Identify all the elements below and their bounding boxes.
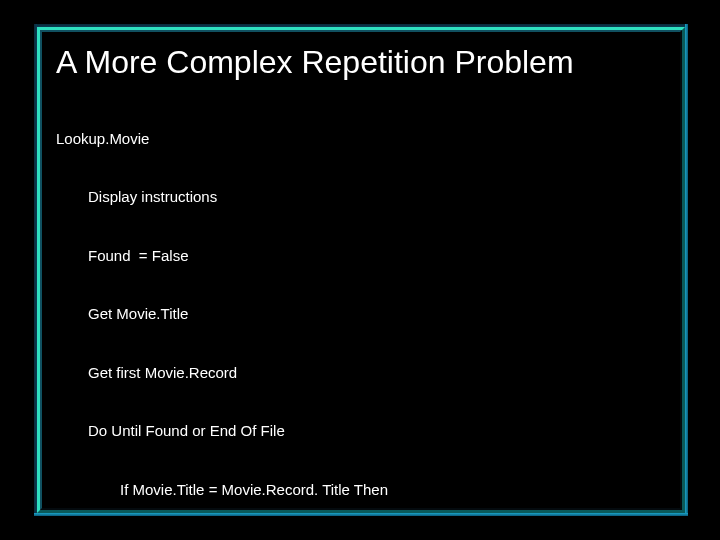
slide-title: A More Complex Repetition Problem: [56, 46, 666, 80]
code-line: Get Movie.Title: [56, 304, 666, 324]
code-line: Found = False: [56, 246, 666, 266]
pseudocode-block: Lookup.Movie Display instructions Found …: [56, 90, 666, 540]
slide-content: A More Complex Repetition Problem Lookup…: [42, 32, 680, 508]
code-line: Lookup.Movie: [56, 129, 666, 149]
slide-frame: A More Complex Repetition Problem Lookup…: [34, 24, 688, 516]
code-line: Display instructions: [56, 187, 666, 207]
code-line: Get first Movie.Record: [56, 363, 666, 383]
code-line: If Movie.Title = Movie.Record. Title The…: [56, 480, 666, 500]
frame-edge: [685, 24, 688, 516]
code-line: Do Until Found or End Of File: [56, 421, 666, 441]
